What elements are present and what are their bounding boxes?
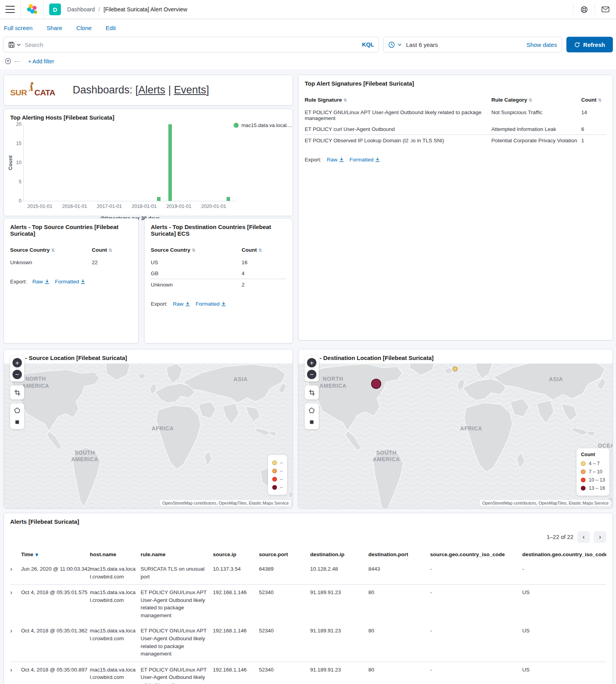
table-cell: - xyxy=(430,662,522,684)
table-cell: Oct 4, 2018 @ 05:35:01.575 xyxy=(21,585,90,623)
app-badge[interactable]: D xyxy=(49,4,61,15)
alerts-link[interactable]: Alerts xyxy=(138,84,165,96)
sort-icon: ⇅ xyxy=(258,248,262,253)
column-header-count[interactable]: Count⇅ xyxy=(242,247,287,257)
suricata-logo: SUR CATA xyxy=(10,81,68,100)
expand-row-icon[interactable]: › xyxy=(10,662,21,684)
export-label: Export: xyxy=(151,301,168,307)
show-dates-button[interactable]: Show dates xyxy=(527,41,557,48)
table-row: US16 xyxy=(151,257,286,268)
column-header-rule-signature[interactable]: Rule Signature⇅ xyxy=(305,97,491,107)
export-formatted-link[interactable]: Formatted xyxy=(350,157,380,163)
bar xyxy=(227,197,230,201)
table-cell: 52340 xyxy=(259,623,310,662)
zoom-in-button[interactable]: + xyxy=(307,358,317,368)
column-header-count[interactable]: Count⇅ xyxy=(581,97,606,107)
table-cell: 80 xyxy=(368,662,430,684)
chart-legend[interactable]: mac15.data.va.local.... xyxy=(234,122,292,128)
export-raw-link[interactable]: Raw xyxy=(32,279,50,285)
hosts-plot: 051015202015-01-012016-01-012017-01-0120… xyxy=(23,125,236,201)
column-header-source-country[interactable]: Source Country⇅ xyxy=(10,247,92,257)
table-cell: GB xyxy=(151,268,242,279)
x-tick-label: 2016-01-01 xyxy=(59,204,90,209)
table-cell: Potential Corporate Privacy Violation xyxy=(491,135,581,146)
table-cell: 64389 xyxy=(259,561,310,585)
map-attribution[interactable]: OpenStreetMap contributors, OpenMapTiles… xyxy=(480,500,611,506)
expand-row-icon[interactable]: › xyxy=(10,585,21,623)
share-link[interactable]: Share xyxy=(46,25,62,31)
edit-link[interactable]: Edit xyxy=(106,25,116,31)
export-formatted-link[interactable]: Formatted xyxy=(196,301,227,307)
table-cell: mac15.data.va.local.crowbird.com xyxy=(90,585,141,623)
export-row: Export: Raw Formatted xyxy=(305,157,606,163)
divider xyxy=(43,0,44,19)
table-cell: - xyxy=(430,561,522,585)
prev-page-button[interactable]: ‹ xyxy=(577,531,590,543)
table-cell: ET POLICY curl User-Agent Outbound xyxy=(305,124,491,135)
mail-icon[interactable] xyxy=(600,4,611,14)
polygon-tool-button[interactable] xyxy=(12,405,22,415)
map-point[interactable] xyxy=(371,379,381,389)
full-screen-link[interactable]: Full screen xyxy=(4,25,32,31)
column-header-rule-category[interactable]: Rule Category⇅ xyxy=(491,97,581,107)
legend-dot xyxy=(272,485,277,490)
map-attribution[interactable]: OpenStreetMap contributors, OpenMapTiles… xyxy=(160,500,291,506)
table-cell: US xyxy=(151,257,242,268)
column-header-time[interactable]: Time▼ xyxy=(21,548,90,561)
pagination-label: 1–22 of 22 xyxy=(546,534,573,540)
table-cell: ET POLICY GNU/Linux APT User-Agent Outbo… xyxy=(141,662,213,684)
table-row: ›Oct 4, 2018 @ 05:35:01.362mac15.data.va… xyxy=(10,623,606,662)
table-row: ›Oct 4, 2018 @ 05:35:00.897mac15.data.va… xyxy=(10,662,606,684)
polygon-tool-button[interactable] xyxy=(307,405,317,415)
zoom-out-button[interactable]: − xyxy=(307,369,317,380)
expand-row-icon[interactable]: › xyxy=(10,561,21,585)
world-map[interactable]: –––– OpenStreetMap contributors, OpenMap… xyxy=(4,363,293,508)
hamburger-menu-icon[interactable] xyxy=(5,6,15,13)
panel-title: Alert - Destination Location [Filebeat S… xyxy=(298,349,612,361)
table-cell: US xyxy=(522,662,606,684)
zoom-out-button[interactable]: − xyxy=(12,369,22,380)
column-header-source-country[interactable]: Source Country⇅ xyxy=(151,247,242,257)
next-page-button[interactable]: › xyxy=(594,531,606,543)
rect-tool-button[interactable] xyxy=(12,417,22,427)
crop-tool-button[interactable] xyxy=(12,387,22,398)
table-cell: 192.168.1.146 xyxy=(213,585,259,623)
rect-tool-button[interactable] xyxy=(307,417,317,427)
y-tick-label: 5 xyxy=(11,179,21,184)
saved-query-button[interactable] xyxy=(8,41,25,48)
help-icon[interactable] xyxy=(579,4,589,14)
table-cell: - xyxy=(430,623,522,662)
refresh-icon xyxy=(574,42,580,48)
sort-desc-icon: ▼ xyxy=(35,553,38,557)
clone-link[interactable]: Clone xyxy=(76,25,91,31)
sort-icon: ⇅ xyxy=(192,248,195,253)
dashboard-grid: SUR CATA Dashboards: [Alerts | Events] T… xyxy=(0,69,616,684)
legend-item: 4 – 7 xyxy=(581,459,605,467)
time-range-label: Last 6 years xyxy=(406,41,438,48)
continent-label: NORTH AMERICA xyxy=(22,376,50,389)
legend-dot xyxy=(581,486,586,491)
crop-tool-button[interactable] xyxy=(307,387,317,398)
zoom-in-button[interactable]: + xyxy=(12,358,22,368)
breadcrumb-dashboard[interactable]: Dashboard xyxy=(67,6,95,13)
svg-text:SUR: SUR xyxy=(10,88,27,97)
panel-title: Top Alert Signatures [Filebeat Suricata] xyxy=(298,75,612,87)
column-header-count[interactable]: Count⇅ xyxy=(92,247,132,257)
expand-row-icon[interactable]: › xyxy=(10,623,21,662)
events-link[interactable]: Events xyxy=(174,84,206,96)
add-filter-button[interactable]: + Add filter xyxy=(28,58,54,64)
search-input[interactable] xyxy=(25,41,362,48)
clock-icon xyxy=(388,41,395,48)
map-point[interactable] xyxy=(453,367,458,372)
world-map[interactable]: Count 4 – 77 – 1010 – 1313 – 16 OpenStre… xyxy=(298,363,612,508)
table-cell: 192.168.1.146 xyxy=(213,662,259,684)
elastic-logo[interactable] xyxy=(26,4,38,15)
refresh-button[interactable]: Refresh xyxy=(566,37,613,52)
export-raw-link[interactable]: Raw xyxy=(327,157,344,163)
x-tick-label: 2019-01-01 xyxy=(163,204,195,209)
export-raw-link[interactable]: Raw xyxy=(173,301,190,307)
kql-button[interactable]: KQL xyxy=(362,41,374,48)
time-picker[interactable]: Last 6 years Show dates xyxy=(383,37,562,52)
export-formatted-link[interactable]: Formatted xyxy=(55,279,86,285)
filter-bar: — + Add filter xyxy=(0,55,616,69)
